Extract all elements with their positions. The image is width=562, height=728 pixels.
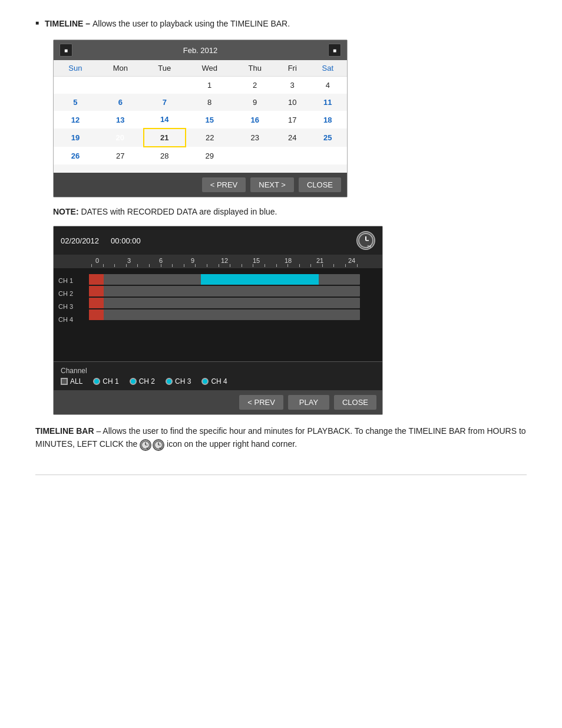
cal-cell[interactable]: 28 <box>144 147 186 164</box>
cal-cell[interactable] <box>234 147 276 164</box>
cal-cell-highlighted[interactable]: 20 <box>97 129 144 147</box>
tick <box>184 264 184 267</box>
cal-cell[interactable]: 5 <box>54 94 97 111</box>
channel-ch2-radio[interactable]: CH 2 <box>130 377 155 386</box>
radio-dot-ch2[interactable] <box>130 378 137 385</box>
ruler-label-15: 15 <box>250 257 262 264</box>
cal-cell[interactable]: 14 <box>144 111 186 129</box>
timeline-play-button[interactable]: PLAY <box>288 395 329 410</box>
calendar-month-title: Feb. 2012 <box>72 46 328 55</box>
inline-clock-icon-1: 12 <box>140 439 151 451</box>
timeline-widget: 02/20/2012 00:00:00 24 0 3 6 9 12 15 18 <box>53 226 383 415</box>
channel-selector-label: Channel <box>61 367 375 375</box>
timeline-bar-ch1 <box>89 274 360 285</box>
tick <box>253 264 253 267</box>
cal-cell[interactable]: 7 <box>144 94 186 111</box>
timeline-icon-area: 24 <box>356 231 375 250</box>
timeline-ruler-inner: 0 3 6 9 12 15 18 21 24 <box>89 257 360 264</box>
cal-cell[interactable] <box>276 147 309 164</box>
timeline-clock-icon[interactable]: 24 <box>356 231 375 250</box>
desc-text2: icon on the upper right hand corner. <box>164 439 297 449</box>
tick <box>91 264 92 267</box>
channel-ch3-radio[interactable]: CH 3 <box>166 377 191 386</box>
cal-cell[interactable]: 10 <box>276 94 309 111</box>
calendar-table: Sun Mon Tue Wed Thu Fri Sat 1 2 3 4 <box>54 60 347 173</box>
cal-cell[interactable]: 12 <box>54 111 97 129</box>
calendar-prev-nav[interactable]: ■ <box>59 44 72 57</box>
bar-red-segment <box>89 286 104 297</box>
cal-cell[interactable]: 16 <box>234 111 276 129</box>
tick <box>276 264 277 267</box>
cal-cell[interactable]: 17 <box>276 111 309 129</box>
bar-red-segment <box>89 274 104 285</box>
cal-cell[interactable]: 1 <box>186 77 234 94</box>
tick <box>149 264 150 267</box>
tick <box>126 264 127 267</box>
cal-cell[interactable]: 18 <box>309 111 347 129</box>
day-header-sun: Sun <box>54 60 97 77</box>
calendar-prev-button[interactable]: < PREV <box>202 177 246 192</box>
cal-cell[interactable]: 27 <box>97 147 144 164</box>
radio-dot-ch1[interactable] <box>93 378 100 385</box>
clock-svg: 24 <box>358 232 374 249</box>
cal-cell[interactable]: 22 <box>186 129 234 147</box>
ruler-label-18: 18 <box>282 257 294 264</box>
cal-cell[interactable]: 29 <box>186 147 234 164</box>
bar-red-segment <box>89 298 104 308</box>
ruler-label-0: 0 <box>91 257 103 264</box>
inline-clock-icon-2: 24 <box>153 439 164 451</box>
cal-cell[interactable] <box>54 77 97 94</box>
note-description: DATES with RECORDED DATA are displayed i… <box>79 207 277 216</box>
day-header-thu: Thu <box>234 60 276 77</box>
cal-cell[interactable]: 11 <box>309 94 347 111</box>
ruler-label-12: 12 <box>219 257 230 264</box>
channel-ch1-radio[interactable]: CH 1 <box>93 377 118 386</box>
day-header-tue: Tue <box>144 60 186 77</box>
cal-cell[interactable]: 6 <box>97 94 144 111</box>
radio-dot-ch4[interactable] <box>201 378 209 385</box>
svg-text:24: 24 <box>159 447 161 450</box>
bullet-icon: ■ <box>35 19 39 26</box>
timeline-prev-button[interactable]: < PREV <box>239 395 283 410</box>
cal-cell[interactable]: 2 <box>234 77 276 94</box>
cal-cell[interactable]: 3 <box>276 77 309 94</box>
checkbox-icon[interactable] <box>61 378 68 385</box>
timeline-bar-ch2 <box>89 286 360 297</box>
timeline-bar-ch4 <box>89 309 360 320</box>
channel-all-checkbox[interactable]: ALL <box>61 377 82 386</box>
cal-cell[interactable]: 23 <box>234 129 276 147</box>
calendar-close-button[interactable]: CLOSE <box>299 177 341 192</box>
cal-cell[interactable] <box>144 77 186 94</box>
day-header-mon: Mon <box>97 60 144 77</box>
timeline-spacer <box>54 326 382 361</box>
bullet-keyword: TIMELINE <box>45 19 83 28</box>
calendar-next-nav[interactable]: ■ <box>328 44 341 57</box>
cal-cell[interactable]: 26 <box>54 147 97 164</box>
cal-cell[interactable] <box>97 77 144 94</box>
clock-inline-svg-2: 24 <box>154 440 163 450</box>
calendar-next-button[interactable]: NEXT > <box>250 177 294 192</box>
cal-cell[interactable]: 8 <box>186 94 234 111</box>
cal-cell[interactable]: 4 <box>309 77 347 94</box>
tick <box>345 264 346 267</box>
calendar-week-6 <box>54 164 347 173</box>
cal-cell[interactable]: 24 <box>276 129 309 147</box>
timeline-close-button[interactable]: CLOSE <box>334 395 376 410</box>
cal-cell[interactable]: 13 <box>97 111 144 129</box>
cal-cell[interactable]: 19 <box>54 129 97 147</box>
day-header-fri: Fri <box>276 60 309 77</box>
tick <box>161 264 161 267</box>
timeline-bars-area: CH 1 CH 2 CH 3 CH 4 <box>54 268 382 326</box>
day-header-wed: Wed <box>186 60 234 77</box>
tick <box>357 264 358 267</box>
radio-dot-ch3[interactable] <box>166 378 173 385</box>
channel-ch4-radio[interactable]: CH 4 <box>201 377 227 386</box>
cal-cell[interactable]: 25 <box>309 129 347 147</box>
calendar-week-2: 5 6 7 8 9 10 11 <box>54 94 347 111</box>
cal-cell-yellow[interactable]: 21 <box>144 129 186 147</box>
cal-cell[interactable]: 9 <box>234 94 276 111</box>
cal-cell <box>54 164 97 173</box>
cal-cell[interactable]: 15 <box>186 111 234 129</box>
timeline-date: 02/20/2012 <box>61 236 99 245</box>
cal-cell[interactable] <box>309 147 347 164</box>
